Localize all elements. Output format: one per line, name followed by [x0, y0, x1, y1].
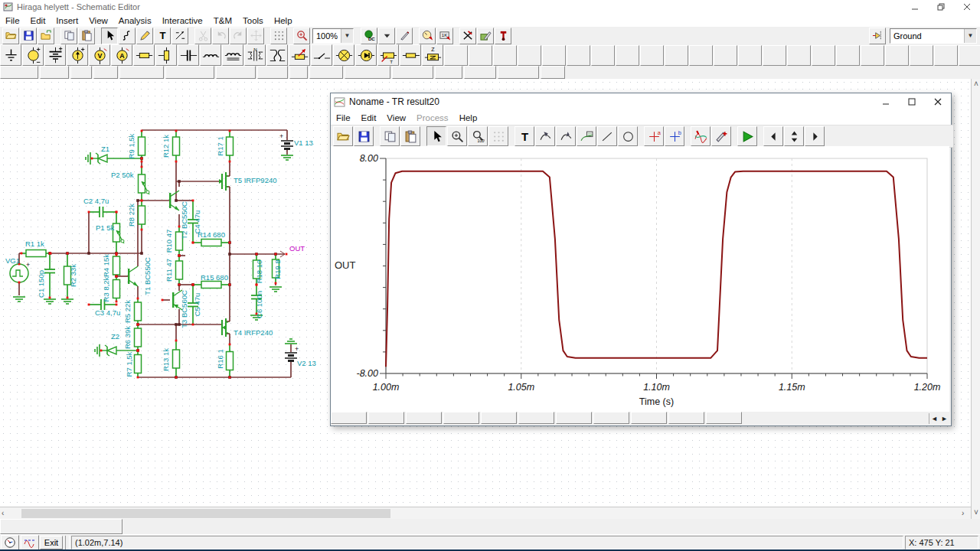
- component-cap-button[interactable]: [178, 44, 199, 66]
- component-group-tab[interactable]: [165, 66, 214, 79]
- result-tool-legend-button[interactable]: [577, 126, 596, 146]
- component-group-tab[interactable]: [289, 66, 308, 79]
- component-sw-button[interactable]: [311, 44, 332, 66]
- component-group-tab[interactable]: [0, 66, 38, 79]
- menu-tm[interactable]: T&M: [208, 15, 237, 26]
- component-group-tab[interactable]: [257, 66, 288, 79]
- result-tab[interactable]: [406, 412, 442, 424]
- component-res-button[interactable]: [133, 44, 155, 66]
- component-group-tab[interactable]: [40, 66, 69, 79]
- interactive-meter-button[interactable]: [1, 535, 19, 550]
- tool-wire-button[interactable]: [119, 28, 136, 44]
- menu-tools[interactable]: Tools: [237, 15, 269, 26]
- minimize-icon[interactable]: [902, 0, 928, 14]
- result-tool-open-button[interactable]: [333, 126, 353, 146]
- result-tool-cursor-button[interactable]: [426, 126, 446, 146]
- zoom-level-combo[interactable]: 100%▼: [312, 28, 354, 44]
- menu-edit[interactable]: Edit: [25, 15, 51, 26]
- tool-dc-button[interactable]: DC: [361, 28, 377, 44]
- result-menu-view[interactable]: View: [381, 112, 411, 123]
- result-menu-edit[interactable]: Edit: [356, 112, 382, 123]
- tool-open2-button[interactable]: [38, 28, 54, 44]
- tool-probe-button[interactable]: [396, 28, 413, 44]
- result-tab[interactable]: [331, 412, 367, 424]
- tool-copy-button[interactable]: [60, 28, 77, 44]
- result-tab[interactable]: [481, 412, 517, 424]
- result-tab[interactable]: [631, 412, 667, 424]
- horizontal-scrollbar[interactable]: ‹ ›: [0, 507, 971, 520]
- component-group-tab[interactable]: [435, 66, 462, 79]
- scroll-down-icon[interactable]: ˅: [972, 507, 980, 518]
- interactive-signal-button[interactable]: [21, 535, 39, 550]
- result-tab[interactable]: [593, 412, 629, 424]
- result-tool-save-button[interactable]: [354, 126, 374, 146]
- result-menu-file[interactable]: File: [331, 112, 356, 123]
- component-group-tab[interactable]: [93, 66, 118, 79]
- result-tool-zoomin-button[interactable]: [447, 126, 467, 146]
- vertical-scrollbar[interactable]: ˄ ˅: [971, 79, 980, 519]
- menu-insert[interactable]: Insert: [51, 15, 83, 26]
- component-vmeter-button[interactable]: V: [89, 44, 110, 66]
- tool-pen-button[interactable]: [136, 28, 153, 44]
- result-tool-copy-button[interactable]: [380, 126, 400, 146]
- result-scroll-left-icon[interactable]: ◄: [929, 413, 939, 424]
- component-indcore-button[interactable]: [222, 44, 243, 66]
- sheet-tab[interactable]: [0, 519, 122, 534]
- component-res2-button[interactable]: [155, 44, 177, 66]
- result-titlebar[interactable]: Noname - TR result20: [331, 93, 951, 111]
- component-group-tab[interactable]: [345, 66, 390, 79]
- menu-help[interactable]: Help: [269, 15, 298, 26]
- component-gnd-button[interactable]: [0, 44, 21, 66]
- scroll-right-icon[interactable]: ›: [962, 508, 964, 519]
- tool-save-button[interactable]: [20, 28, 37, 44]
- scroll-up-icon[interactable]: ˄: [972, 79, 980, 90]
- component-group-tab[interactable]: [216, 66, 256, 79]
- result-tab[interactable]: [668, 412, 704, 424]
- component-search-combo[interactable]: Ground ▼: [890, 28, 977, 44]
- tool-debug-button[interactable]: [495, 28, 511, 44]
- component-group-tab[interactable]: [119, 66, 164, 79]
- result-minimize-icon[interactable]: [873, 95, 899, 109]
- result-window[interactable]: Noname - TR result20 FileEditViewProcess…: [330, 93, 952, 426]
- result-tool-addcurve-button[interactable]: [711, 126, 731, 146]
- component-jump-button[interactable]: [869, 28, 886, 44]
- tool-scope-button[interactable]: [419, 28, 436, 44]
- component-imped-button[interactable]: Z: [422, 44, 443, 66]
- tool-anal-button[interactable]: [459, 28, 476, 44]
- result-tool-navr-button[interactable]: [805, 126, 825, 146]
- component-fuse-button[interactable]: [400, 44, 421, 66]
- tool-meter-button[interactable]: 1K: [436, 28, 453, 44]
- component-group-tab[interactable]: [541, 66, 565, 79]
- chevron-down-icon[interactable]: ▼: [341, 29, 353, 43]
- tool-text-button[interactable]: T: [154, 28, 171, 44]
- chevron-down-icon[interactable]: ▼: [964, 29, 976, 43]
- menu-interactive[interactable]: Interactive: [157, 15, 208, 26]
- component-group-tab[interactable]: [70, 66, 92, 79]
- result-tool-circle-button[interactable]: [618, 126, 638, 146]
- hscroll-thumb[interactable]: [21, 509, 390, 518]
- tool-paste-button[interactable]: [78, 28, 95, 44]
- restore-icon[interactable]: [928, 0, 954, 14]
- tool-open-button[interactable]: [2, 28, 19, 44]
- result-tool-text-button[interactable]: T: [514, 126, 534, 146]
- component-isrc-button[interactable]: [67, 44, 88, 66]
- result-tool-t2-button[interactable]: [556, 126, 576, 146]
- tool-zoom-button[interactable]: [293, 28, 310, 44]
- component-ameter-button[interactable]: A: [111, 44, 132, 66]
- component-thyr-button[interactable]: T: [377, 44, 399, 66]
- result-tool-curb-button[interactable]: b: [665, 126, 684, 146]
- component-diode-button[interactable]: [355, 44, 377, 66]
- result-tool-cura-button[interactable]: a: [644, 126, 664, 146]
- component-vsrc-button[interactable]: [22, 44, 44, 66]
- component-trafo-button[interactable]: [266, 44, 288, 66]
- menu-analysis[interactable]: Analysis: [113, 15, 157, 26]
- result-tool-t1-button[interactable]: [535, 126, 555, 146]
- component-group-tab[interactable]: [464, 66, 496, 79]
- result-close-icon[interactable]: [925, 95, 951, 109]
- exit-button[interactable]: Exit: [40, 536, 63, 549]
- result-tab[interactable]: [706, 412, 742, 424]
- close-icon[interactable]: [954, 0, 980, 14]
- scroll-left-icon[interactable]: ‹: [2, 508, 4, 519]
- component-batt-button[interactable]: [44, 44, 66, 66]
- component-group-tab[interactable]: [309, 66, 343, 79]
